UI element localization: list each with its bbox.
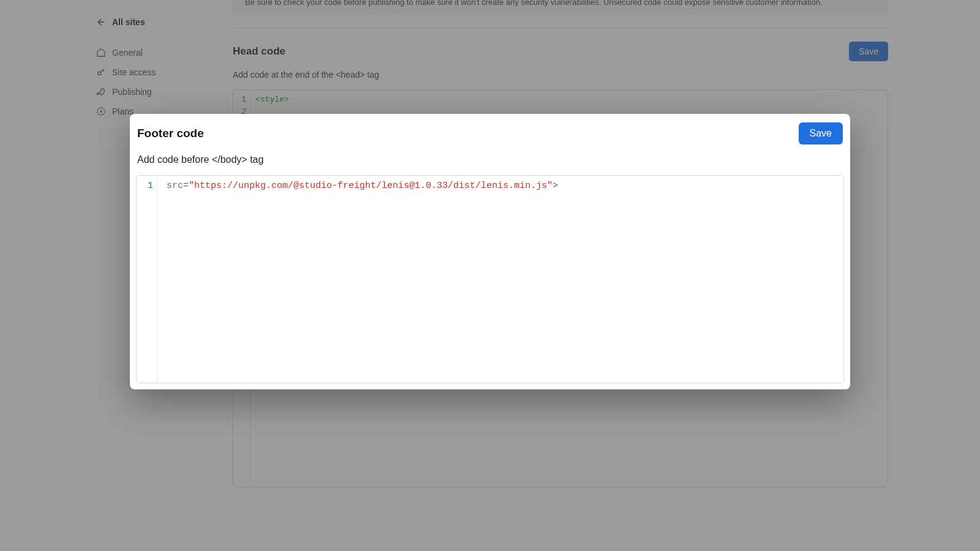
footer-modal-title: Footer code: [137, 127, 204, 140]
footer-code-body[interactable]: src="https://unpkg.com/@studio-freight/l…: [157, 176, 843, 383]
footer-modal-header: Footer code Save: [136, 122, 844, 151]
modal-overlay[interactable]: Footer code Save Add code before </body>…: [0, 0, 980, 551]
footer-save-button[interactable]: Save: [799, 122, 843, 144]
footer-code-modal: Footer code Save Add code before </body>…: [130, 114, 850, 389]
footer-modal-subtitle: Add code before </body> tag: [136, 151, 844, 175]
footer-code-gutter: 1: [137, 176, 157, 383]
footer-code-editor[interactable]: 1 src="https://unpkg.com/@studio-freight…: [136, 175, 844, 383]
